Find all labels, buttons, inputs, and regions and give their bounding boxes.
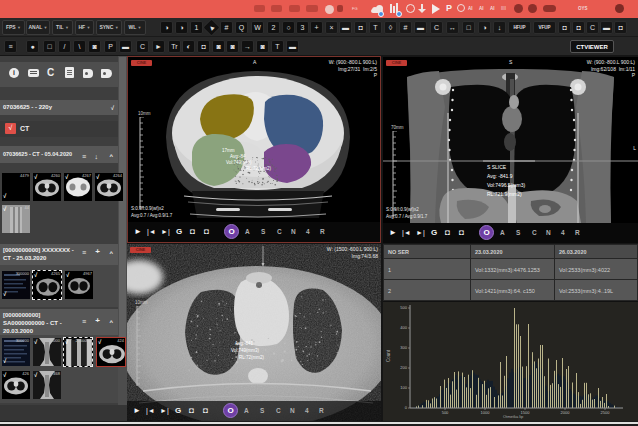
- svg-text:200: 200: [400, 365, 407, 370]
- svg-text:Vol:7496.5(mm3): Vol:7496.5(mm3): [487, 182, 525, 188]
- svg-text:S SLICE: S SLICE: [487, 164, 507, 170]
- svg-text:Otmetka lip: Otmetka lip: [503, 414, 524, 419]
- svg-text:RL:72(mm2): RL:72(mm2): [246, 166, 272, 171]
- svg-text:400: 400: [400, 325, 407, 330]
- svg-text:500: 500: [442, 410, 449, 415]
- svg-text:Vol:749(mm): Vol:749(mm): [226, 160, 252, 165]
- svg-text:Count: Count: [386, 349, 391, 362]
- svg-text:Vol:749(mm3): Vol:749(mm3): [231, 348, 260, 353]
- svg-text:100: 100: [400, 385, 407, 390]
- svg-text:Avg: -841.9: Avg: -841.9: [487, 173, 513, 179]
- svg-text:Avg:-84: Avg:-84: [230, 154, 246, 159]
- svg-text:Avg:-841: Avg:-841: [235, 341, 253, 346]
- svg-text:300: 300: [400, 345, 407, 350]
- svg-text:2500: 2500: [601, 410, 611, 415]
- svg-text:RL:72(mm2): RL:72(mm2): [239, 355, 265, 360]
- svg-text:1000: 1000: [481, 410, 491, 415]
- svg-text:2000: 2000: [561, 410, 571, 415]
- svg-text:500: 500: [400, 305, 407, 310]
- svg-text:RL:721.9(mm2): RL:721.9(mm2): [487, 191, 522, 197]
- svg-text:17mm: 17mm: [222, 148, 235, 153]
